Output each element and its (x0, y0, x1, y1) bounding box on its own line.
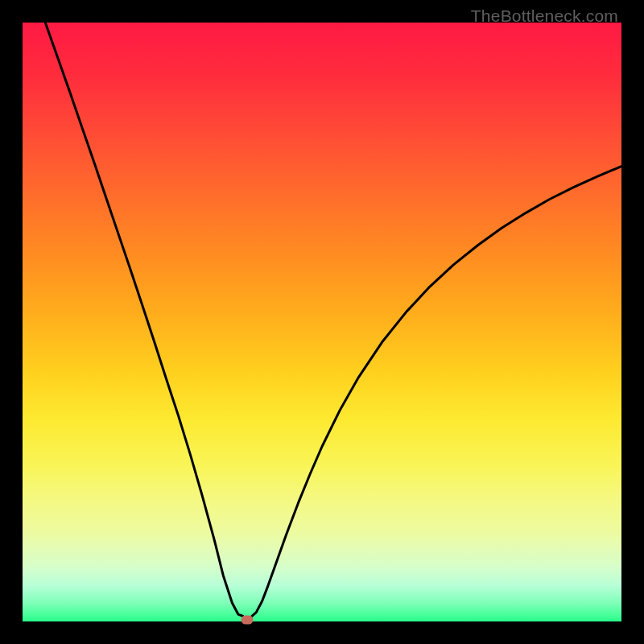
bottleneck-curve (23, 23, 621, 621)
plot-area (23, 23, 621, 621)
minimum-marker (242, 615, 254, 624)
chart-frame: TheBottleneck.com (0, 0, 644, 644)
